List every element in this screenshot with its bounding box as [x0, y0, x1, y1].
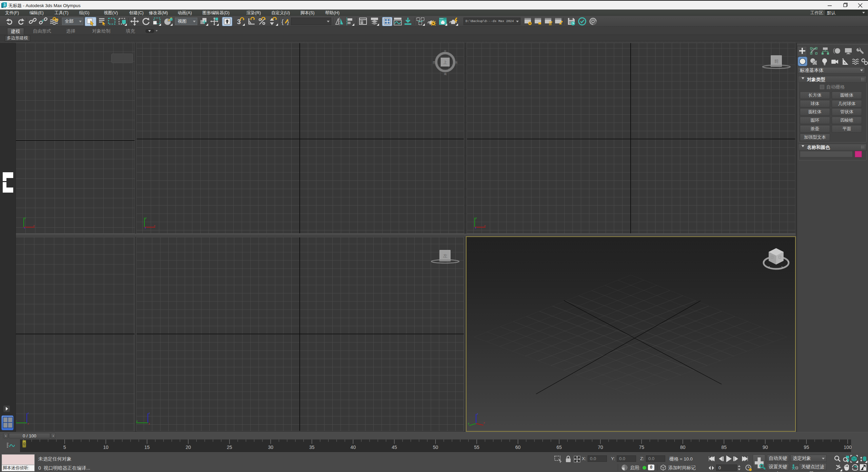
- svg-text:MAX: MAX: [3, 7, 6, 8]
- svg-text:65: 65: [556, 445, 562, 450]
- svg-text:东: 东: [455, 61, 458, 64]
- svg-text:y: y: [468, 422, 470, 425]
- svg-text:y: y: [136, 419, 138, 422]
- svg-text:75: 75: [639, 445, 644, 450]
- svg-text:55: 55: [474, 445, 479, 450]
- svg-text:上: 上: [443, 60, 447, 65]
- svg-text:y: y: [24, 216, 26, 219]
- svg-text:x: x: [27, 422, 29, 425]
- svg-text:z: z: [148, 412, 150, 415]
- svg-text:80: 80: [680, 445, 686, 450]
- svg-text:3: 3: [4, 3, 6, 7]
- svg-text:5: 5: [63, 445, 66, 450]
- svg-text:45: 45: [392, 445, 397, 450]
- svg-text:10: 10: [103, 445, 108, 450]
- svg-text:50: 50: [433, 445, 438, 450]
- svg-text:z: z: [476, 412, 478, 415]
- svg-text:}: }: [287, 18, 289, 25]
- svg-text:40: 40: [351, 445, 356, 450]
- svg-text:x: x: [483, 421, 485, 424]
- svg-text:95: 95: [804, 445, 809, 450]
- svg-text:z: z: [27, 412, 29, 415]
- svg-text:85: 85: [722, 445, 727, 450]
- svg-text:15: 15: [144, 445, 150, 450]
- svg-text:x: x: [33, 224, 35, 227]
- svg-text:x: x: [148, 422, 150, 425]
- svg-text:x: x: [154, 224, 156, 227]
- svg-text:西: 西: [433, 61, 435, 64]
- svg-text:前: 前: [774, 59, 779, 64]
- svg-text:20: 20: [185, 445, 191, 450]
- svg-text:z: z: [475, 226, 476, 229]
- svg-text:35: 35: [309, 445, 315, 450]
- svg-text:30: 30: [268, 445, 274, 450]
- svg-text:z: z: [24, 226, 25, 229]
- svg-text:北: 北: [443, 50, 447, 53]
- svg-text:100: 100: [844, 445, 852, 450]
- svg-text:x: x: [484, 224, 486, 227]
- svg-text:25: 25: [227, 445, 232, 450]
- svg-text:70: 70: [598, 445, 603, 450]
- svg-text:60: 60: [515, 445, 521, 450]
- svg-text:y: y: [145, 216, 147, 219]
- svg-text:90: 90: [763, 445, 768, 450]
- svg-text:{: {: [281, 18, 284, 25]
- svg-text:南: 南: [444, 73, 447, 76]
- svg-text:y: y: [475, 216, 477, 219]
- svg-text:z: z: [145, 226, 146, 229]
- svg-text:左: 左: [443, 253, 448, 258]
